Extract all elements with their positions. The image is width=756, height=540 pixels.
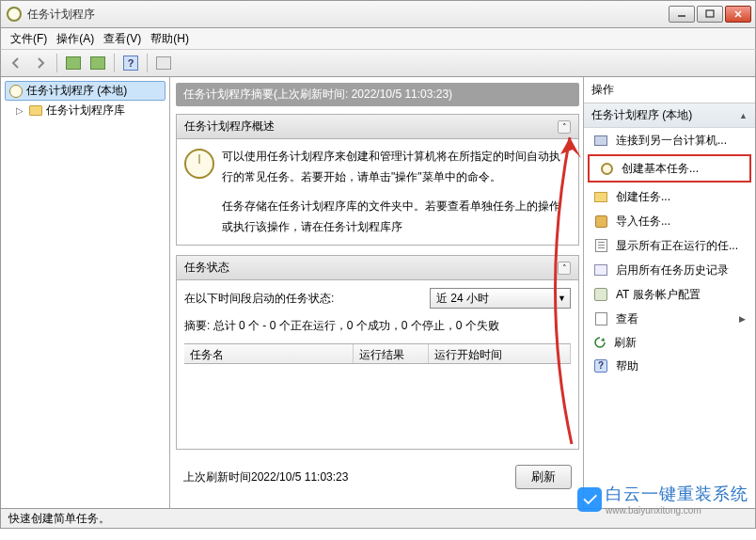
chevron-down-icon: ▼ xyxy=(558,294,566,303)
refresh-row: 上次刷新时间2022/10/5 11:03:23 刷新 xyxy=(176,459,579,495)
status-text: 快速创建简单任务。 xyxy=(8,511,110,527)
action-label: 启用所有任务历史记录 xyxy=(616,263,729,277)
status-bar: 快速创建简单任务。 xyxy=(0,508,756,529)
back-button[interactable] xyxy=(5,53,27,73)
overview-group: 任务计划程序概述 ˄ 可以使用任务计划程序来创建和管理计算机将在所指定的时间自动… xyxy=(176,114,579,246)
refresh-icon xyxy=(593,336,606,349)
toolbar-panel-right-button[interactable] xyxy=(87,53,109,73)
computer-icon xyxy=(593,133,608,148)
action-label: 连接到另一台计算机... xyxy=(616,134,727,147)
actions-title: 操作 xyxy=(584,77,755,103)
tree-child-label: 任务计划程序库 xyxy=(46,103,125,119)
collapse-icon[interactable]: ˄ xyxy=(558,120,571,134)
window-controls xyxy=(669,6,755,23)
action-label: 创建任务... xyxy=(616,190,670,203)
task-icon xyxy=(599,161,614,176)
tree-child-item[interactable]: ▷ 任务计划程序库 xyxy=(12,101,165,120)
menu-bar: 文件(F) 操作(A) 查看(V) 帮助(H) xyxy=(0,28,756,49)
overview-title: 任务计划程序概述 xyxy=(184,119,275,135)
action-label: 查看 xyxy=(616,312,638,326)
title-bar: 任务计划程序 xyxy=(0,0,756,28)
task-table-body xyxy=(184,364,571,441)
action-label: 刷新 xyxy=(614,336,637,349)
action-view[interactable]: 查看 ▶ xyxy=(584,307,755,331)
chevron-right-icon: ▶ xyxy=(739,314,746,325)
status-header[interactable]: 任务状态 ˄ xyxy=(177,256,578,280)
action-label: 显示所有正在运行的任... xyxy=(616,239,738,252)
col-name[interactable]: 任务名 xyxy=(184,344,354,363)
toolbar-help-button[interactable]: ? xyxy=(119,53,142,73)
close-button[interactable] xyxy=(725,6,751,23)
enable-icon xyxy=(593,262,608,278)
status-group: 任务状态 ˄ 在以下时间段启动的任务状态: 近 24 小时 ▼ 摘要: 总计 0… xyxy=(176,255,579,450)
view-icon xyxy=(593,311,608,326)
refresh-button[interactable]: 刷新 xyxy=(515,465,572,489)
menu-action[interactable]: 操作(A) xyxy=(56,31,94,47)
expander-icon[interactable]: ▷ xyxy=(16,105,25,116)
toolbar-run-button[interactable] xyxy=(152,53,175,73)
toolbar-divider xyxy=(56,54,57,72)
tree-root-label: 任务计划程序 (本地) xyxy=(26,83,127,99)
window-title: 任务计划程序 xyxy=(27,7,95,23)
collapse-icon[interactable]: ▲ xyxy=(739,111,748,120)
overview-p2: 任务存储在任务计划程序库的文件夹中。若要查看单独任务上的操作或执行该操作，请在任… xyxy=(222,197,571,237)
clock-icon xyxy=(184,149,214,179)
action-show-running[interactable]: 显示所有正在运行的任... xyxy=(584,233,755,258)
folder-icon xyxy=(29,105,42,116)
content-pane: 任务计划程序摘要(上次刷新时间: 2022/10/5 11:03:23) 任务计… xyxy=(170,77,583,508)
action-label: 帮助 xyxy=(616,359,638,373)
col-start[interactable]: 运行开始时间 xyxy=(429,344,571,363)
collapse-icon[interactable]: ˄ xyxy=(558,262,571,275)
tree-root-item[interactable]: 任务计划程序 (本地) xyxy=(5,81,165,101)
task-table-header: 任务名 运行结果 运行开始时间 xyxy=(184,343,571,364)
forward-button[interactable] xyxy=(29,53,52,73)
col-result[interactable]: 运行结果 xyxy=(354,344,429,363)
action-label: 创建基本任务... xyxy=(622,162,699,175)
main-area: 任务计划程序 (本地) ▷ 任务计划程序库 任务计划程序摘要(上次刷新时间: 2… xyxy=(0,77,756,508)
status-select-value: 近 24 小时 xyxy=(436,291,489,307)
action-import-task[interactable]: 导入任务... xyxy=(584,209,755,233)
menu-view[interactable]: 查看(V) xyxy=(103,31,141,47)
highlight-annotation: 创建基本任务... xyxy=(588,154,751,183)
import-icon xyxy=(593,214,608,229)
actions-pane: 操作 任务计划程序 (本地) ▲ 连接到另一台计算机... 创建基本任务... … xyxy=(583,77,755,508)
action-at-account[interactable]: AT 服务帐户配置 xyxy=(584,282,755,307)
minimize-button[interactable] xyxy=(669,6,695,23)
action-label: 导入任务... xyxy=(616,214,670,228)
summary-header: 任务计划程序摘要(上次刷新时间: 2022/10/5 11:03:23) xyxy=(176,83,579,106)
menu-help[interactable]: 帮助(H) xyxy=(150,31,189,47)
toolbar: ? xyxy=(0,49,756,77)
toolbar-panel-left-button[interactable] xyxy=(62,53,85,73)
action-connect-computer[interactable]: 连接到另一台计算机... xyxy=(584,128,755,152)
action-label: AT 服务帐户配置 xyxy=(616,288,701,301)
actions-sub-label: 任务计划程序 (本地) xyxy=(591,107,692,123)
last-refresh-time: 上次刷新时间2022/10/5 11:03:23 xyxy=(183,469,348,485)
overview-text: 可以使用任务计划程序来创建和管理计算机将在所指定的时间自动执行的常见任务。若要开… xyxy=(222,147,571,237)
status-label: 在以下时间段启动的任务状态: xyxy=(184,291,334,307)
folder-icon xyxy=(593,189,608,204)
overview-p1: 可以使用任务计划程序来创建和管理计算机将在所指定的时间自动执行的常见任务。若要开… xyxy=(222,147,571,187)
actions-subheader[interactable]: 任务计划程序 (本地) ▲ xyxy=(584,103,755,128)
action-create-basic-task[interactable]: 创建基本任务... xyxy=(590,156,749,181)
overview-header[interactable]: 任务计划程序概述 ˄ xyxy=(177,115,578,139)
app-icon xyxy=(7,7,22,22)
tree-pane: 任务计划程序 (本地) ▷ 任务计划程序库 xyxy=(1,77,170,508)
toolbar-divider xyxy=(114,54,115,72)
help-icon: ? xyxy=(593,358,608,373)
toolbar-divider xyxy=(147,54,148,72)
action-enable-history[interactable]: 启用所有任务历史记录 xyxy=(584,258,755,282)
action-refresh[interactable]: 刷新 xyxy=(584,331,755,354)
status-title: 任务状态 xyxy=(184,260,229,276)
clock-icon xyxy=(9,85,23,98)
action-create-task[interactable]: 创建任务... xyxy=(584,184,755,209)
svg-rect-1 xyxy=(706,10,714,17)
maximize-button[interactable] xyxy=(697,6,723,23)
account-icon xyxy=(593,287,608,302)
status-summary: 摘要: 总计 0 个 - 0 个正在运行，0 个成功，0 个停止，0 个失败 xyxy=(184,318,571,334)
menu-file[interactable]: 文件(F) xyxy=(10,31,47,47)
list-icon xyxy=(593,238,608,253)
status-period-select[interactable]: 近 24 小时 ▼ xyxy=(430,288,571,309)
action-help[interactable]: ? 帮助 xyxy=(584,354,755,378)
